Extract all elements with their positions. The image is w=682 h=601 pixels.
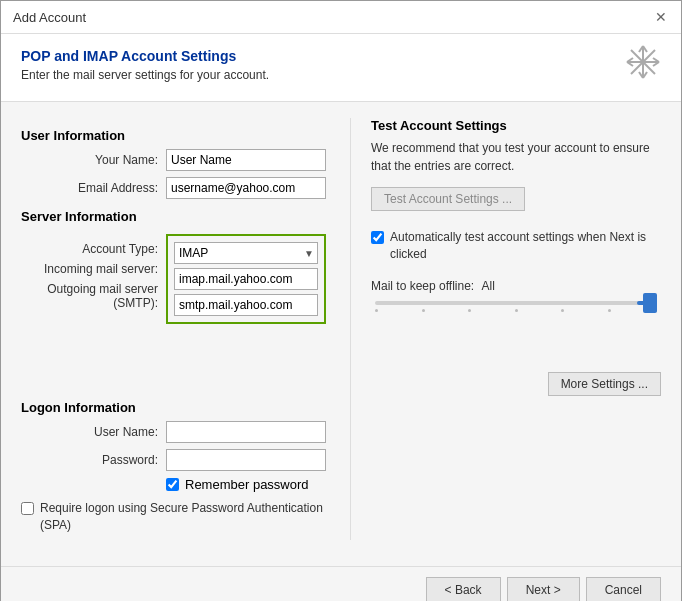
mail-offline-slider-container [371,301,661,312]
email-input[interactable] [166,177,326,199]
auto-check-label[interactable]: Automatically test account settings when… [390,229,661,263]
email-row: Email Address: [21,177,326,199]
slider-track [375,301,657,305]
test-account-title: Test Account Settings [371,118,661,133]
auto-check-row: Automatically test account settings when… [371,229,661,263]
next-button[interactable]: Next > [507,577,580,601]
content-area: User Information Your Name: Email Addres… [1,102,681,556]
title-bar: Add Account ✕ [1,1,681,34]
right-panel: Test Account Settings We recommend that … [350,118,661,540]
slider-dot [561,309,564,312]
username-row: User Name: [21,421,326,443]
incoming-server-input[interactable] [174,268,318,290]
footer-bar: < Back Next > Cancel [1,566,681,601]
your-name-input[interactable] [166,149,326,171]
server-info-block: IMAP POP3 ▼ [166,234,326,324]
account-type-row: IMAP POP3 ▼ [174,242,318,264]
outgoing-server-input[interactable] [174,294,318,316]
account-type-select[interactable]: IMAP POP3 [174,242,318,264]
incoming-server-wrap [174,268,318,290]
spa-checkbox[interactable] [21,502,34,515]
password-label: Password: [21,453,166,467]
slider-dots [375,309,657,312]
test-account-desc: We recommend that you test your account … [371,139,661,175]
mail-offline-value: All [482,279,495,293]
header-section: POP and IMAP Account Settings Enter the … [1,34,681,102]
server-info-label: Server Information [21,209,326,224]
slider-dot [515,309,518,312]
window-title: Add Account [13,10,86,25]
header-title: POP and IMAP Account Settings [21,48,269,64]
slider-dot [608,309,611,312]
header-text: POP and IMAP Account Settings Enter the … [21,48,269,82]
cancel-button[interactable]: Cancel [586,577,661,601]
slider-dot [468,309,471,312]
slider-dot [375,309,378,312]
left-panel: User Information Your Name: Email Addres… [21,118,330,540]
remember-password-checkbox[interactable] [166,478,179,491]
logon-info-label: Logon Information [21,400,326,415]
mail-offline-label: Mail to keep offline: All [371,279,661,293]
your-name-label: Your Name: [21,153,166,167]
incoming-server-row [174,268,318,290]
remember-password-label[interactable]: Remember password [185,477,309,492]
outgoing-server-wrap [174,294,318,316]
account-type-wrap: IMAP POP3 ▼ [174,242,318,264]
close-button[interactable]: ✕ [653,9,669,25]
slider-dot [422,309,425,312]
add-account-dialog: Add Account ✕ POP and IMAP Account Setti… [0,0,682,601]
email-label: Email Address: [21,181,166,195]
spa-label[interactable]: Require logon using Secure Password Auth… [40,500,326,534]
header-icon [625,44,661,87]
back-button[interactable]: < Back [426,577,501,601]
auto-check-checkbox[interactable] [371,231,384,244]
slider-thumb[interactable] [643,293,657,313]
username-input[interactable] [166,421,326,443]
your-name-row: Your Name: [21,149,326,171]
outgoing-server-row [174,294,318,316]
username-label: User Name: [21,425,166,439]
remember-password-row: Remember password [166,477,326,492]
spa-row: Require logon using Secure Password Auth… [21,500,326,534]
password-input[interactable] [166,449,326,471]
more-settings-button[interactable]: More Settings ... [548,372,661,396]
user-info-label: User Information [21,128,326,143]
password-row: Password: [21,449,326,471]
header-subtitle: Enter the mail server settings for your … [21,68,269,82]
test-account-button[interactable]: Test Account Settings ... [371,187,525,211]
